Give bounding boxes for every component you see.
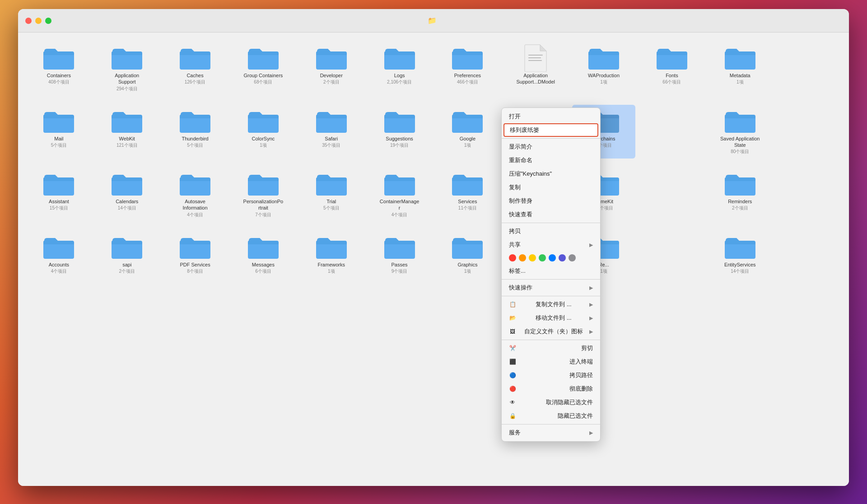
menu-separator — [502, 296, 600, 296]
color-dot[interactable] — [559, 254, 566, 261]
file-item[interactable]: Reminders 2个项目 — [708, 168, 772, 222]
file-item[interactable]: sapi 2个项目 — [95, 231, 159, 278]
file-item[interactable]: Autosave Information 4个项目 — [163, 168, 227, 222]
menu-item[interactable]: 拷贝 — [502, 224, 600, 238]
file-item[interactable] — [708, 287, 772, 294]
file-item[interactable]: Passes 9个项目 — [368, 231, 431, 278]
file-item[interactable]: Thunderbird 5个项目 — [163, 105, 227, 159]
file-item[interactable] — [368, 287, 431, 294]
menu-item[interactable]: ✂️剪切 — [502, 341, 600, 355]
file-item[interactable] — [436, 287, 499, 294]
file-item[interactable]: Logs 2,106个项目 — [368, 42, 431, 96]
color-dot[interactable] — [539, 254, 546, 261]
folder-icon — [383, 108, 416, 134]
menu-item[interactable]: 显示简介 — [502, 140, 600, 154]
file-item[interactable]: Metadata 1项 — [708, 42, 772, 96]
menu-item[interactable]: 服务▶ — [502, 426, 600, 439]
menu-item[interactable]: 共享▶ — [502, 238, 600, 252]
file-item[interactable]: Frameworks 1项 — [299, 231, 363, 278]
file-item[interactable]: Accounts 4个项目 — [27, 231, 91, 278]
file-item[interactable]: Messages 6个项目 — [231, 231, 295, 278]
menu-item-label: 压缩"Keychains" — [509, 170, 552, 178]
menu-item[interactable]: 复制 — [502, 181, 600, 194]
item-count: 35个项目 — [322, 142, 340, 149]
file-item[interactable] — [776, 231, 840, 278]
file-item[interactable] — [163, 287, 227, 294]
file-item[interactable]: Saved Application State 80个项目 — [708, 105, 772, 159]
menu-item[interactable]: 打开 — [502, 110, 600, 123]
file-item[interactable]: Trial 5个项目 — [299, 168, 363, 222]
file-item[interactable]: Google 1项 — [436, 105, 499, 159]
menu-item[interactable]: 🖼自定义文件（夹）图标▶ — [502, 325, 600, 338]
item-name: sapi — [122, 261, 131, 268]
menu-item[interactable]: 压缩"Keychains" — [502, 167, 600, 181]
color-dot[interactable] — [569, 254, 576, 261]
menu-item[interactable]: 🔒隐藏已选文件 — [502, 409, 600, 423]
file-item[interactable] — [776, 105, 840, 159]
file-item[interactable] — [776, 42, 840, 96]
folder-icon — [724, 234, 756, 260]
menu-item[interactable]: 快速查看 — [502, 208, 600, 221]
menu-item[interactable]: 制作替身 — [502, 194, 600, 208]
file-item[interactable]: ContainerManager 4个项目 — [368, 168, 431, 222]
file-item[interactable]: Assistant 15个项目 — [27, 168, 91, 222]
menu-item[interactable]: 🔵拷贝路径 — [502, 369, 600, 382]
file-item[interactable]: Fonts 66个项目 — [640, 42, 704, 96]
file-item[interactable] — [776, 287, 840, 294]
item-name: Application Support...DModel — [515, 72, 556, 85]
color-dot[interactable] — [519, 254, 526, 261]
file-item[interactable]: Caches 126个项目 — [163, 42, 227, 96]
menu-item-label: 移到废纸篓 — [510, 126, 539, 134]
item-name: Group Containers — [243, 72, 283, 79]
file-item[interactable]: Graphics 1项 — [436, 231, 499, 278]
file-item[interactable]: Application Support 294个项目 — [95, 42, 159, 96]
menu-item[interactable]: 移到废纸篓 — [503, 123, 598, 137]
menu-item[interactable]: 📋复制文件到 ...▶ — [502, 298, 600, 311]
item-name: Metadata — [730, 72, 750, 79]
color-dot[interactable] — [529, 254, 536, 261]
item-count: 4个项目 — [187, 212, 203, 218]
menu-item[interactable]: 📂移动文件到 ...▶ — [502, 311, 600, 325]
file-item[interactable] — [27, 303, 91, 311]
file-item[interactable]: Developer 2个项目 — [299, 42, 363, 96]
menu-item[interactable]: ⬛进入终端 — [502, 355, 600, 369]
file-item[interactable]: PersonalizationPortrait 7个项目 — [231, 168, 295, 222]
file-item[interactable]: Group Containers 68个项目 — [231, 42, 295, 96]
file-item[interactable]: Mail 5个项目 — [27, 105, 91, 159]
file-item[interactable] — [95, 287, 159, 294]
file-item[interactable] — [27, 287, 91, 294]
file-item[interactable]: PDF Services 8个项目 — [163, 231, 227, 278]
file-item[interactable] — [640, 105, 704, 159]
menu-item[interactable]: 重新命名 — [502, 154, 600, 167]
file-item[interactable]: ColorSync 1项 — [231, 105, 295, 159]
item-count: 14个项目 — [118, 205, 136, 211]
file-item[interactable] — [231, 287, 295, 294]
maximize-button[interactable] — [45, 18, 51, 24]
menu-item[interactable]: 🔴彻底删除 — [502, 382, 600, 396]
color-dot[interactable] — [549, 254, 556, 261]
file-item[interactable]: Safari 35个项目 — [299, 105, 363, 159]
file-item[interactable]: Services 11个项目 — [436, 168, 499, 222]
menu-icon: 🔒 — [509, 412, 516, 420]
file-item[interactable]: Application Support...DModel — [504, 42, 568, 96]
file-item[interactable]: Suggestions 19个项目 — [368, 105, 431, 159]
file-item[interactable]: WebKit 121个项目 — [95, 105, 159, 159]
menu-item[interactable]: 标签... — [502, 264, 600, 278]
file-item[interactable] — [640, 287, 704, 294]
file-item[interactable] — [640, 231, 704, 278]
minimize-button[interactable] — [35, 18, 42, 24]
file-item[interactable] — [776, 168, 840, 222]
menu-item[interactable]: 👁取消隐藏已选文件 — [502, 396, 600, 409]
file-item[interactable]: Preferences 466个项目 — [436, 42, 499, 96]
file-item[interactable]: EntityServices 14个项目 — [708, 231, 772, 278]
file-item[interactable]: Containers 408个项目 — [27, 42, 91, 96]
file-item[interactable]: WAProduction 1项 — [572, 42, 636, 96]
close-button[interactable] — [25, 18, 32, 24]
file-item[interactable]: Calendars 14个项目 — [95, 168, 159, 222]
menu-item[interactable]: 快速操作▶ — [502, 281, 600, 294]
content-area[interactable]: Containers 408个项目 Application Support 29… — [18, 33, 849, 486]
file-item[interactable] — [640, 168, 704, 222]
color-dot[interactable] — [509, 254, 516, 261]
item-count: 4个项目 — [392, 212, 408, 218]
file-item[interactable] — [299, 287, 363, 294]
